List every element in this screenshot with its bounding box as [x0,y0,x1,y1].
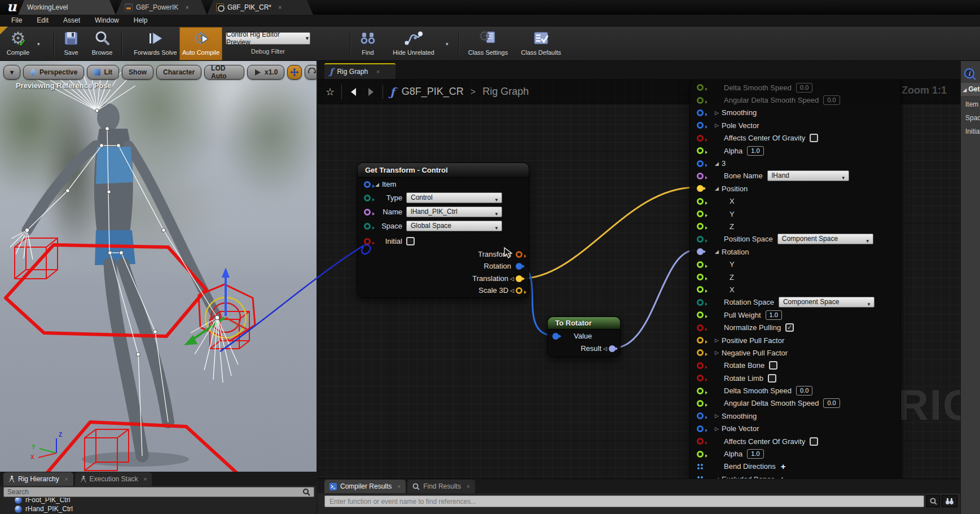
node-pin-row[interactable]: Affects Center Of Gravity [690,132,900,144]
expander-icon[interactable]: ◢ [715,161,722,166]
add-item-button[interactable]: + [781,462,786,471]
asset-tab-workinglevel[interactable]: WorkingLevel [18,0,116,15]
hierarchy-search-input[interactable]: Search [3,487,314,497]
pin-icon[interactable] [697,223,704,230]
node-pin-row[interactable]: Bone NamelHand [690,170,900,182]
node-title[interactable]: To Rotator [548,317,620,330]
compile-button[interactable]: ⚙✓ Compile [2,28,34,60]
node-pin-row[interactable]: X [690,195,900,208]
node-pin-row[interactable]: Z [690,271,900,283]
pin-icon[interactable] [364,209,371,216]
pin-icon[interactable] [697,236,704,243]
node-pin-row[interactable]: Rotate Limb [690,372,900,384]
tab-execution-stack[interactable]: Execution Stack× [75,472,152,486]
expander-icon[interactable]: ▷ [715,110,722,116]
node-pin-row[interactable]: ▷Smoothing [690,107,900,119]
pin-icon[interactable] [609,345,616,352]
info-magnifier-icon[interactable]: i [964,68,977,81]
pin-icon[interactable] [364,195,371,201]
node-pin-row[interactable]: Normalize Pulling✓ [690,321,900,333]
expander-icon[interactable]: ◢ [375,182,382,187]
expander-icon[interactable]: ◢ [715,249,722,254]
back-arrow-icon[interactable] [349,87,359,97]
checkbox[interactable] [810,134,818,142]
tab-find-results[interactable]: Find Results× [407,480,475,493]
node-to-rotator[interactable]: To Rotator Value Result◁ [547,317,621,357]
debug-filter-dropdown[interactable]: Control Rig Editor Preview▼ [226,32,310,45]
close-icon[interactable]: × [397,484,401,490]
list-item[interactable]: rFoot_PIK_Ctrl [15,498,317,504]
show-dropdown[interactable]: Show [122,65,153,80]
node-pin-row[interactable]: ◢Position [690,182,900,195]
browse-button[interactable]: Browse [86,28,118,60]
node-pin-row[interactable]: ▷Pole Vector [690,423,900,435]
node-pin-row[interactable]: ◢3 [690,157,900,169]
menu-help[interactable]: Help [134,16,148,24]
breadcrumb-asset[interactable]: G8F_PIK_CR [402,86,464,98]
pin-transform-out[interactable]: Transform [478,250,522,258]
pin-icon[interactable] [516,287,522,294]
pin-initial[interactable]: Initial [364,237,415,245]
node-pin-row[interactable]: Alpha1.0 [690,447,900,460]
pin-rotation-out[interactable]: Rotation [484,262,522,270]
node-power-ik[interactable]: Delta Smooth Speed0.0Angular Delta Smoot… [689,79,901,478]
pin-icon[interactable] [697,210,704,217]
pin-icon[interactable] [364,238,371,245]
lit-dropdown[interactable]: Lit [87,65,119,80]
pin-icon[interactable] [697,173,704,179]
pin-icon[interactable] [697,274,704,280]
pin-icon[interactable] [697,400,704,407]
pin-icon[interactable] [697,122,704,129]
type-dropdown[interactable]: Control [406,192,502,203]
pin-icon[interactable] [697,438,704,445]
menu-file[interactable]: File [11,16,22,24]
translate-tool-button[interactable] [287,65,302,80]
value-field[interactable]: 0.0 [823,398,840,408]
pin-icon[interactable] [697,451,704,458]
pin-result[interactable]: Result◁ [581,344,616,353]
expander-icon[interactable]: ▷ [715,122,722,128]
collapse-arrow-icon[interactable]: ◁ [603,346,607,352]
rig-graph-canvas[interactable]: RIG ☆ ƒ G8F_PIK_CR > Rig Graph Zoom 1:1 [318,79,960,478]
checkbox[interactable]: ✓ [785,323,794,332]
node-pin-row[interactable]: ◢Excluded Bones+ [690,473,900,478]
pin-icon[interactable] [516,251,522,258]
dropdown[interactable]: Component Space [777,234,873,244]
hide-unrelated-caret[interactable]: ▾ [446,41,449,47]
expander-icon[interactable]: ▷ [715,413,722,419]
asset-tab-g8f-pik-cr[interactable]: G8F_PIK_CR* × [207,0,313,15]
list-item[interactable]: rHand_PIK_Ctrl [15,504,317,513]
pin-icon[interactable] [697,147,704,154]
add-item-button[interactable]: + [780,475,785,478]
dropdown[interactable]: Component Space [779,297,874,307]
class-defaults-button[interactable]: Class Defaults [515,28,567,60]
node-pin-row[interactable]: ▷Smoothing [690,410,900,422]
global-find-button[interactable] [942,495,957,507]
node-pin-row[interactable]: Rotate Bone [690,359,900,372]
favorite-star-icon[interactable]: ☆ [326,86,335,98]
pin-icon[interactable] [697,198,704,205]
pin-icon[interactable] [697,311,704,318]
pin-name[interactable]: NamelHand_PIK_Ctrl [364,207,524,217]
close-icon[interactable]: × [376,69,380,75]
details-section-header[interactable]: ◢ Get [961,83,980,96]
tab-rig-hierarchy[interactable]: Rig Hierarchy× [3,472,73,486]
compile-options-caret[interactable]: ▾ [37,41,40,47]
expander-icon[interactable]: ▷ [715,337,722,343]
pin-icon[interactable] [697,109,704,116]
auto-compile-button[interactable]: ⚙ Auto Compile [179,27,222,60]
breadcrumb-page[interactable]: Rig Graph [482,86,529,98]
character-dropdown[interactable]: Character [156,65,201,80]
node-pin-row[interactable]: Delta Smooth Speed0.0 [690,81,900,94]
node-pin-row[interactable]: X [690,283,900,296]
pin-icon[interactable] [516,263,522,270]
name-dropdown[interactable]: lHand_PIK_Ctrl [406,207,502,217]
pin-icon[interactable] [697,375,704,381]
pin-item[interactable]: ◢Item [364,180,396,188]
array-pin-icon[interactable] [697,463,704,470]
pin-icon[interactable] [697,261,704,268]
collapse-arrow-icon[interactable]: ◁ [510,276,514,282]
tab-rig-graph[interactable]: ƒ Rig Graph × [324,63,395,79]
expander-icon[interactable]: ▷ [715,350,722,355]
node-pin-row[interactable]: ▷Pole Vector [690,119,900,131]
